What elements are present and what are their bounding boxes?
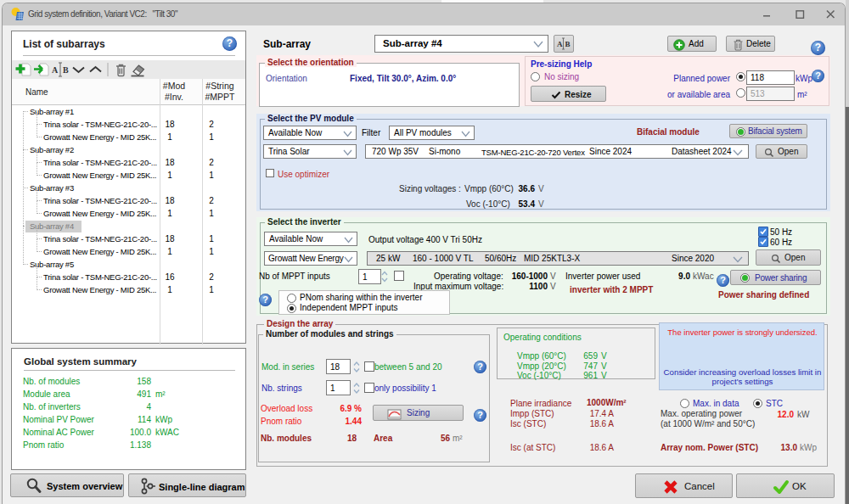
svg-text:A: A — [557, 40, 563, 48]
svg-text:B: B — [565, 40, 571, 48]
svg-text:A: A — [52, 65, 59, 75]
svg-text:B: B — [63, 65, 69, 75]
